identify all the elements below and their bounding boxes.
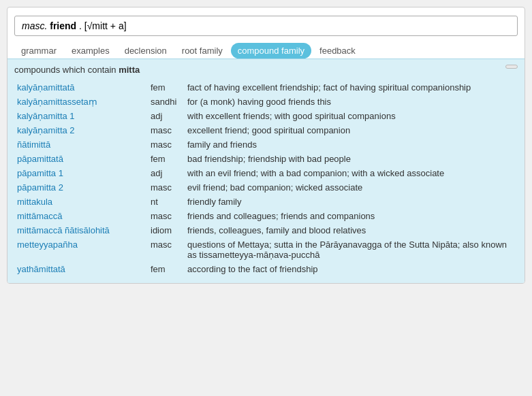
compound-grammar: masc: [144, 180, 185, 195]
table-row: kalyāṇamittassetaṃsandhifor (a monk) hav…: [14, 95, 518, 109]
compound-definition: family and friends: [185, 137, 518, 152]
compound-grammar: adj: [144, 166, 185, 180]
tab-examples[interactable]: examples: [65, 43, 116, 59]
compound-definition: fact of having excellent friendship; fac…: [185, 80, 518, 95]
compound-grammar: fem: [144, 262, 185, 276]
compound-grammar: sandhi: [144, 95, 185, 109]
compound-definition: questions of Mettaya; sutta in the Pārāy…: [185, 237, 518, 262]
compound-grammar: masc: [144, 237, 185, 262]
compound-definition: evil friend; bad companion; wicked assoc…: [185, 180, 518, 195]
compound-grammar: fem: [144, 80, 185, 95]
compound-grammar: masc: [144, 209, 185, 223]
table-row: kalyāṇamitta 1adjwith excellent friends;…: [14, 109, 518, 123]
compound-grammar: masc: [144, 137, 185, 152]
main-card: masc. friend . [√mitt + a] grammarexampl…: [7, 7, 525, 284]
compound-definition: friends, colleagues, family and blood re…: [185, 223, 518, 237]
headword: friend: [50, 20, 76, 31]
table-row: mittāmaccā ñātisālohitāidiomfriends, col…: [14, 223, 518, 237]
compound-definition: friends and colleagues; friends and comp…: [185, 209, 518, 223]
table-row: metteyyapañhamascquestions of Mettaya; s…: [14, 237, 518, 262]
compound-grammar: nt: [144, 195, 185, 209]
compound-word-link[interactable]: metteyyapañha: [14, 237, 144, 262]
table-row: pāpamittatāfembad friendship; friendship…: [14, 152, 518, 166]
table-row: mittāmaccāmascfriends and colleagues; fr…: [14, 209, 518, 223]
tab-root-family[interactable]: root family: [175, 43, 230, 59]
tab-declension[interactable]: declension: [118, 43, 174, 59]
table-row: mittakulantfriendly family: [14, 195, 518, 209]
tab-feedback[interactable]: feedback: [313, 43, 362, 59]
compound-word-link[interactable]: pāpamitta 1: [14, 166, 144, 180]
compound-word-link[interactable]: yathāmittatā: [14, 262, 144, 276]
compound-definition: with an evil friend; with a bad companio…: [185, 166, 518, 180]
compound-word-link[interactable]: mittakula: [14, 195, 144, 209]
panel-header: compounds which contain mitta: [14, 65, 518, 75]
etymology: . [√mitt + a]: [79, 20, 127, 31]
compound-definition: for (a monk) having good friends this: [185, 95, 518, 109]
close-button[interactable]: [505, 65, 518, 69]
compound-word-link[interactable]: pāpamittatā: [14, 152, 144, 166]
compound-grammar: idiom: [144, 223, 185, 237]
compound-word-link[interactable]: kalyāṇamittassetaṃ: [14, 95, 144, 109]
compound-grammar: adj: [144, 109, 185, 123]
compound-word-link[interactable]: mittāmaccā: [14, 209, 144, 223]
compound-grammar: masc: [144, 123, 185, 137]
table-row: kalyāṇamittatāfemfact of having excellen…: [14, 80, 518, 95]
definition-line: masc. friend . [√mitt + a]: [14, 16, 518, 36]
table-row: pāpamitta 2mascevil friend; bad companio…: [14, 180, 518, 195]
tab-compound-family[interactable]: compound family: [231, 43, 311, 59]
compound-word-link[interactable]: kalyāṇamitta 2: [14, 123, 144, 137]
compound-definition: according to the fact of friendship: [185, 262, 518, 276]
page-title: [7, 7, 525, 16]
compound-word-link[interactable]: kalyāṇamittatā: [14, 80, 144, 95]
grammar-label: masc.: [22, 20, 50, 31]
compound-definition: friendly family: [185, 195, 518, 209]
table-row: ñātimittāmascfamily and friends: [14, 137, 518, 152]
tab-grammar[interactable]: grammar: [14, 43, 63, 59]
panel-header-word: mitta: [119, 65, 140, 75]
compound-word-link[interactable]: ñātimittā: [14, 137, 144, 152]
compound-grammar: fem: [144, 152, 185, 166]
compound-definition: bad friendship; friendship with bad peop…: [185, 152, 518, 166]
table-row: kalyāṇamitta 2mascexcellent friend; good…: [14, 123, 518, 137]
compound-definition: with excellent friends; with good spirit…: [185, 109, 518, 123]
table-row: pāpamitta 1adjwith an evil friend; with …: [14, 166, 518, 180]
tabs-bar: grammarexamplesdeclensionroot familycomp…: [7, 40, 525, 59]
compound-word-link[interactable]: pāpamitta 2: [14, 180, 144, 195]
table-row: yathāmittatāfemaccording to the fact of …: [14, 262, 518, 276]
compound-definition: excellent friend; good spiritual compani…: [185, 123, 518, 137]
compound-panel: compounds which contain mitta kalyāṇamit…: [7, 59, 525, 283]
compound-table: kalyāṇamittatāfemfact of having excellen…: [14, 80, 518, 276]
compound-word-link[interactable]: kalyāṇamitta 1: [14, 109, 144, 123]
compound-word-link[interactable]: mittāmaccā ñātisālohitā: [14, 223, 144, 237]
panel-header-prefix: compounds which contain: [14, 65, 119, 75]
